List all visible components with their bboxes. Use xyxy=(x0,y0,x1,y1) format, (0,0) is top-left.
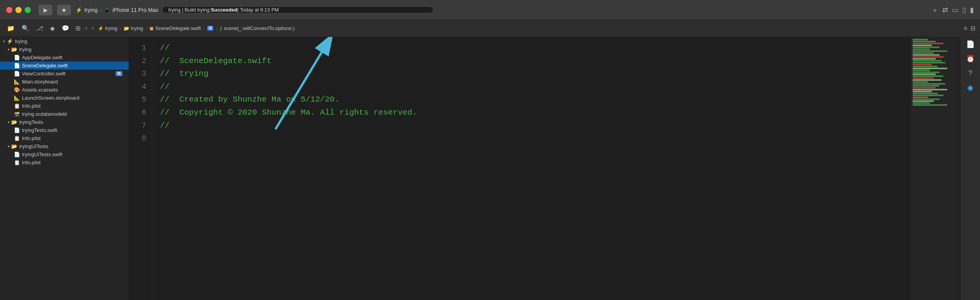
sidebar-label: Info.plist xyxy=(22,135,126,141)
back-icon[interactable]: ‹ xyxy=(84,24,89,33)
code-editor[interactable]: 12345678 //// SceneDelegate.swift// tryi… xyxy=(129,37,910,300)
minimap-line xyxy=(913,72,940,73)
bc-folder[interactable]: 📂 trying xyxy=(124,25,143,31)
minimap-line xyxy=(913,83,945,85)
bc-folder-label: trying xyxy=(131,25,143,31)
bc-folder-icon: 📂 xyxy=(124,26,129,31)
status-succeeded: Succeeded xyxy=(211,7,237,13)
sidebar-item-0[interactable]: ▾⚡trying xyxy=(0,37,129,45)
minimize-button[interactable] xyxy=(15,7,22,13)
file-icon: 📂 xyxy=(11,119,17,125)
line-number: 4 xyxy=(129,80,146,93)
file-icon: 📄 xyxy=(14,55,20,60)
sidebar-label: SceneDelegate.swift xyxy=(22,63,126,68)
forward-icon[interactable]: › xyxy=(90,24,95,33)
split-editor-icon[interactable]: ⊟ xyxy=(970,25,975,32)
breakpoint-icon[interactable]: ◆ xyxy=(48,23,57,33)
sidebar-label: tryingUITests xyxy=(19,143,126,149)
file-icon: 📄 xyxy=(14,152,20,157)
sidebar-item-11[interactable]: 📄tryingTests.swift xyxy=(0,126,129,134)
bc-sep-3: › xyxy=(203,25,205,31)
sidebar-label: trying.xcdatamodeld xyxy=(22,111,126,117)
sidebar-item-9[interactable]: 🗃️trying.xcdatamodeld xyxy=(0,110,129,118)
sidebar-label: tryingTests.swift xyxy=(22,127,126,133)
minimap-line xyxy=(913,52,934,54)
file-icon: 📋 xyxy=(14,135,20,141)
file-inspector-icon[interactable]: 📄 xyxy=(966,40,975,48)
modified-badge: M xyxy=(207,26,213,31)
sidebar-item-6[interactable]: 🎨Assets.xcassets xyxy=(0,86,129,94)
code-line: // xyxy=(160,80,902,93)
sidebar-item-10[interactable]: ▾📂tryingTests xyxy=(0,118,129,126)
split-icon[interactable]: ⇄ xyxy=(942,6,948,14)
scheme-name: trying xyxy=(84,7,97,13)
code-line: // xyxy=(160,119,902,132)
minimap-line xyxy=(913,48,930,50)
minimap-line xyxy=(913,91,932,92)
folder-icon[interactable]: 📁 xyxy=(5,23,17,33)
minimap-line xyxy=(913,85,940,87)
code-line: // Created by Shunzhe Ma on 5/12/20. xyxy=(160,93,902,106)
minimap-line xyxy=(913,58,936,60)
minimap-line xyxy=(913,89,947,90)
help-icon[interactable]: ? xyxy=(968,69,972,77)
minimap-line xyxy=(913,56,943,58)
sidebar-item-1[interactable]: ▾📂trying xyxy=(0,45,129,53)
bc-group-label: trying xyxy=(105,25,117,31)
history-icon[interactable]: ⏰ xyxy=(966,55,975,63)
expand-icon: ▾ xyxy=(8,120,10,124)
line-number: 2 xyxy=(129,55,146,68)
bc-file[interactable]: ◼ SceneDelegate.swift xyxy=(149,25,201,31)
find-icon[interactable]: 🔍 xyxy=(19,23,32,33)
line-numbers: 12345678 xyxy=(129,37,152,300)
run-button[interactable] xyxy=(39,5,52,15)
report-icon[interactable]: 💬 xyxy=(59,23,72,33)
sidebar-item-13[interactable]: ▾📂tryingUITests xyxy=(0,142,129,150)
panels-icon[interactable]: ▮ xyxy=(970,6,974,14)
maximize-button[interactable] xyxy=(25,7,31,13)
bc-group[interactable]: ⚡ trying xyxy=(98,25,117,31)
device-icon: 📱 xyxy=(104,7,110,13)
right-panel: 📄 ⏰ ? ◉ xyxy=(960,37,980,300)
bc-badge: M xyxy=(207,26,213,31)
sidebar-item-8[interactable]: 📋Info.plist xyxy=(0,102,129,110)
code-content[interactable]: //// SceneDelegate.swift// trying//// Cr… xyxy=(152,37,910,300)
stop-button[interactable] xyxy=(57,5,71,15)
minimap-line xyxy=(913,75,943,77)
sidebar-item-14[interactable]: 📄tryingUITests.swift xyxy=(0,150,129,158)
sidebar-item-7[interactable]: 📐LaunchScreen.storyboard xyxy=(0,94,129,102)
minimap-line xyxy=(913,79,941,81)
editor-layout-icon[interactable]: ▭ xyxy=(952,6,958,14)
minimap-line xyxy=(913,50,947,52)
traffic-lights xyxy=(6,7,31,13)
device-name: iPhone 11 Pro Max xyxy=(112,7,158,13)
grid-view-icon[interactable]: ⊞ xyxy=(74,24,82,33)
sidebar-item-3[interactable]: 📄SceneDelegate.swift xyxy=(0,62,129,70)
sidebar-label: tryingUITests.swift xyxy=(22,152,126,157)
bc-func[interactable]: ƒ scene(_:willConnectTo:options:) xyxy=(220,25,294,31)
sidebar-item-15[interactable]: 📋Info.plist xyxy=(0,158,129,167)
scm-icon[interactable]: ⎇ xyxy=(34,23,45,33)
file-icon: 🎨 xyxy=(14,87,20,93)
sidebar-item-2[interactable]: 📄AppDelegate.swift xyxy=(0,53,129,62)
sidebar-item-4[interactable]: 📄ViewController.swiftM xyxy=(0,70,129,78)
minimap-line xyxy=(913,45,932,46)
minimap-line xyxy=(913,104,947,106)
line-wrap-icon[interactable]: ≡ xyxy=(964,25,967,32)
expand-icon: ▾ xyxy=(8,47,10,52)
line-number: 8 xyxy=(129,132,146,145)
sidebar-item-12[interactable]: 📋Info.plist xyxy=(0,134,129,142)
source-control-icon[interactable]: ◉ xyxy=(967,83,973,92)
minimap-line xyxy=(913,54,940,56)
inspector-icon[interactable]: ▯ xyxy=(962,6,966,14)
minimap-line xyxy=(913,81,928,83)
sidebar-label: AppDelegate.swift xyxy=(22,55,126,60)
sidebar-item-5[interactable]: 📐Main.storyboard xyxy=(0,78,129,86)
minimap-line xyxy=(913,100,934,102)
add-icon[interactable]: ＋ xyxy=(931,5,938,15)
navigation-toolbar: 📁 🔍 ⎇ ◆ 💬 ⊞ ‹ › ⚡ trying › 📂 trying › ◼ … xyxy=(0,20,980,37)
scheme-selector[interactable]: ⚡ trying › 📱 iPhone 11 Pro Max xyxy=(76,7,158,13)
minimap-line xyxy=(913,102,930,104)
minimap-line xyxy=(913,43,943,44)
close-button[interactable] xyxy=(6,7,12,13)
